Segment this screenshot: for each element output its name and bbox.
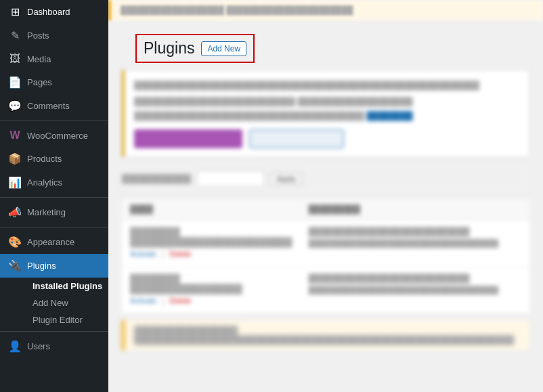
sidebar-item-marketing[interactable]: 📣 Marketing [0, 200, 108, 224]
filter-bar: ████████████ Apply [122, 165, 529, 192]
sidebar-item-analytics[interactable]: 📊 Analytics [0, 171, 108, 194]
comments-icon: 💬 [8, 100, 22, 112]
sidebar-item-label: Posts [27, 30, 49, 41]
sidebar-item-label: Marketing [27, 207, 66, 217]
media-icon: 🖼 [8, 53, 22, 65]
plugins-submenu: Installed Plugins Add New Plugin Editor [0, 278, 108, 328]
sidebar-item-posts[interactable]: ✎ Posts [0, 24, 108, 47]
woocommerce-icon: W [8, 129, 22, 141]
plugins-table: ████ █████████ ████████ ████████████████… [122, 199, 529, 313]
appearance-icon: 🎨 [8, 236, 22, 248]
update-plugin-btn [134, 129, 242, 148]
learn-more-btn [249, 129, 344, 148]
main-content: ██████████████████ █████████████████████… [108, 0, 543, 392]
sidebar-item-pages[interactable]: 📄 Pages [0, 70, 108, 94]
plugin-name: ████████ ██████████████████ [130, 274, 292, 294]
submenu-installed-plugins[interactable]: Installed Plugins [24, 278, 108, 295]
plugin-activate-link: Activate [130, 250, 156, 259]
plugin-description: ████████████████████████████ ███████████… [300, 267, 529, 313]
sidebar-item-media[interactable]: 🖼 Media [0, 47, 108, 70]
sidebar-item-plugins[interactable]: 🔌 Plugins [0, 254, 108, 278]
plugins-header-box: Plugins Add New [135, 34, 255, 63]
update-notice: ████████████████████████████████████████… [122, 70, 529, 157]
table-row: ████████ ██████████████████ Activate | D… [122, 267, 529, 313]
sidebar-item-label: Pages [27, 77, 52, 87]
filter-label: ████████████ [122, 174, 191, 183]
sidebar-item-label: Comments [27, 101, 70, 111]
plugin-description: ████████████████████████████ ███████████… [300, 220, 529, 267]
posts-icon: ✎ [8, 29, 22, 42]
submenu-add-new[interactable]: Add New [24, 295, 108, 311]
sidebar-item-woocommerce[interactable]: W WooCommerce [0, 124, 108, 147]
sidebar-item-comments[interactable]: 💬 Comments [0, 94, 108, 118]
page-title: Plugins [144, 39, 194, 58]
plugin-name: ████████ ██████████████████████████ [130, 227, 292, 247]
bottom-notice: ██████████████████ █████████████████████… [122, 320, 529, 350]
add-new-button[interactable]: Add New [201, 41, 246, 56]
users-icon: 👤 [8, 340, 22, 353]
sidebar: ⊞ Dashboard ✎ Posts 🖼 Media 📄 Pages 💬 Co… [0, 0, 108, 392]
top-notice: ██████████████████ █████████████████████… [108, 0, 543, 20]
marketing-icon: 📣 [8, 206, 22, 219]
col-description: █████████ [300, 199, 529, 220]
sidebar-item-appearance[interactable]: 🎨 Appearance [0, 230, 108, 254]
col-plugin: ████ [122, 199, 300, 220]
sidebar-item-label: WooCommerce [27, 131, 88, 141]
filter-button: Apply [269, 172, 303, 186]
plugin-delete-link: Delete [169, 297, 191, 306]
plugins-icon: 🔌 [8, 259, 22, 272]
blurred-section: ████████████████████████████████████████… [108, 70, 543, 350]
sidebar-item-label: Appearance [27, 237, 74, 247]
plugin-links: Activate | Delete [130, 250, 292, 259]
sidebar-item-label: Plugins [27, 261, 56, 271]
dashboard-icon: ⊞ [8, 5, 22, 18]
plugin-delete-link: Delete [169, 250, 191, 259]
sidebar-item-users[interactable]: 👤 Users [0, 334, 108, 358]
sidebar-item-label: Dashboard [27, 7, 70, 17]
pages-icon: 📄 [8, 76, 22, 89]
sidebar-item-label: Users [27, 341, 50, 351]
plugin-activate-link: Activate [130, 297, 156, 306]
filter-input [196, 171, 264, 187]
table-row: ████████ ██████████████████████████ Acti… [122, 220, 529, 267]
products-icon: 📦 [8, 152, 22, 165]
sidebar-item-label: Products [27, 154, 62, 164]
analytics-icon: 📊 [8, 176, 22, 189]
submenu-plugin-editor[interactable]: Plugin Editor [24, 311, 108, 328]
sidebar-item-label: Media [27, 54, 51, 64]
sidebar-item-label: Analytics [27, 177, 62, 188]
plugin-links: Activate | Delete [130, 297, 292, 306]
sidebar-item-products[interactable]: 📦 Products [0, 147, 108, 171]
sidebar-item-dashboard[interactable]: ⊞ Dashboard [0, 0, 108, 24]
